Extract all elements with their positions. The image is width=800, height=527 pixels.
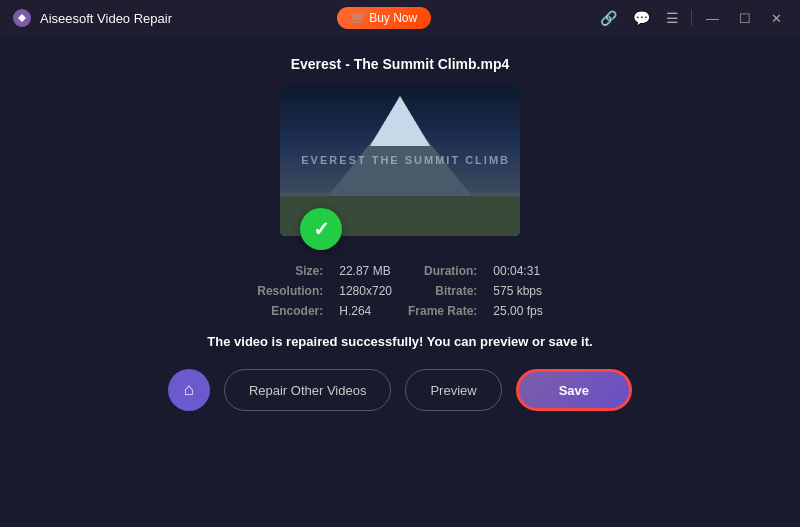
title-bar-center: 🛒 Buy Now [172, 7, 596, 29]
video-title: Everest - The Summit Climb.mp4 [291, 56, 510, 72]
resolution-label: Resolution: [257, 284, 323, 298]
size-label: Size: [257, 264, 323, 278]
home-button[interactable]: ⌂ [168, 369, 210, 411]
success-badge: ✓ [300, 208, 342, 250]
home-icon: ⌂ [184, 380, 194, 400]
buy-now-button[interactable]: 🛒 Buy Now [337, 7, 431, 29]
divider [691, 10, 692, 26]
file-info: Size: 22.87 MB Duration: 00:04:31 Resolu… [257, 264, 542, 318]
save-button[interactable]: Save [516, 369, 632, 411]
title-bar: Aiseesoft Video Repair 🛒 Buy Now 🔗 💬 ☰ —… [0, 0, 800, 36]
video-watermark: EVEREST THE SUMMIT CLIMB [301, 153, 510, 168]
mountain-snow [370, 96, 430, 146]
minimize-button[interactable]: — [700, 9, 725, 28]
maximize-button[interactable]: ☐ [733, 9, 757, 28]
chat-icon[interactable]: 💬 [629, 8, 654, 28]
encoder-value: H.264 [339, 304, 392, 318]
resolution-value: 1280x720 [339, 284, 392, 298]
title-bar-left: Aiseesoft Video Repair [12, 8, 172, 28]
repair-others-button[interactable]: Repair Other Videos [224, 369, 392, 411]
menu-icon[interactable]: ☰ [662, 8, 683, 28]
title-bar-right: 🔗 💬 ☰ — ☐ ✕ [596, 8, 788, 28]
action-bar: ⌂ Repair Other Videos Preview Save [168, 369, 632, 411]
encoder-label: Encoder: [257, 304, 323, 318]
bitrate-label: Bitrate: [408, 284, 477, 298]
close-button[interactable]: ✕ [765, 9, 788, 28]
app-title: Aiseesoft Video Repair [40, 11, 172, 26]
duration-value: 00:04:31 [493, 264, 542, 278]
bitrate-value: 575 kbps [493, 284, 542, 298]
link-icon[interactable]: 🔗 [596, 8, 621, 28]
duration-label: Duration: [408, 264, 477, 278]
success-message: The video is repaired successfully! You … [207, 334, 592, 349]
preview-button[interactable]: Preview [405, 369, 501, 411]
framerate-value: 25.00 fps [493, 304, 542, 318]
main-content: Everest - The Summit Climb.mp4 EVEREST T… [0, 36, 800, 527]
app-logo-icon [12, 8, 32, 28]
thumbnail-wrapper: EVEREST THE SUMMIT CLIMB ✓ [280, 86, 520, 236]
size-value: 22.87 MB [339, 264, 392, 278]
framerate-label: Frame Rate: [408, 304, 477, 318]
